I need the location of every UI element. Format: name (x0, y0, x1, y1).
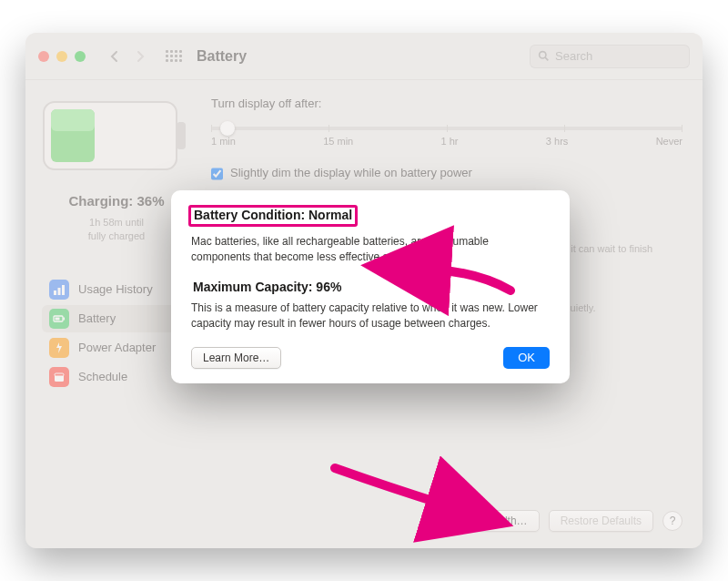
maximum-capacity-body: This is a measure of battery capacity re… (191, 301, 550, 332)
battery-condition-heading: Battery Condition: Normal (188, 205, 358, 227)
battery-preferences-window: Battery Search Charging: 36% 1h 58m unti… (25, 33, 703, 548)
battery-condition-body: Mac batteries, like all rechargeable bat… (191, 234, 550, 266)
battery-health-sheet: Battery Condition: Normal Mac batteries,… (171, 190, 570, 383)
learn-more-button[interactable]: Learn More… (191, 347, 281, 369)
ok-button[interactable]: OK (503, 347, 550, 369)
maximum-capacity-heading: Maximum Capacity: 96% (191, 279, 343, 295)
